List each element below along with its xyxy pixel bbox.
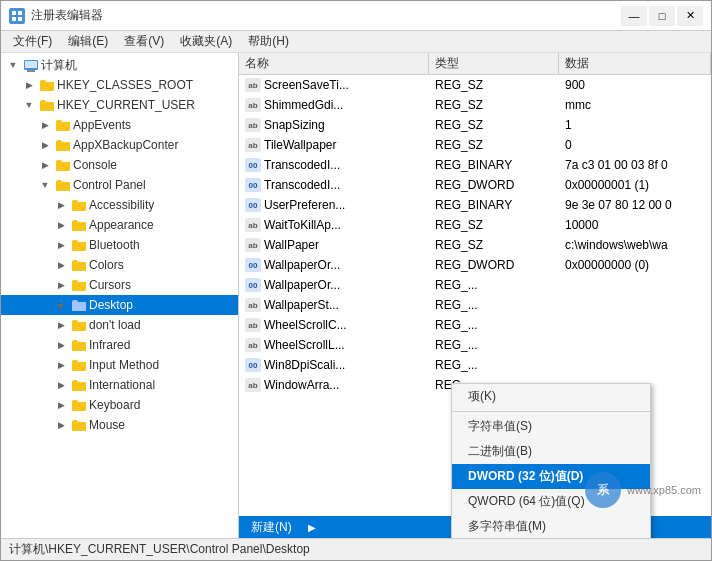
cell-data: 0 bbox=[559, 138, 711, 152]
watermark: 系 www.xp85.com bbox=[585, 472, 701, 508]
context-menu-item-key[interactable]: 项(K) bbox=[452, 384, 650, 409]
expand-accessibility[interactable]: ▶ bbox=[53, 197, 69, 213]
expand-bluetooth[interactable]: ▶ bbox=[53, 237, 69, 253]
table-row[interactable]: ab WheelScrollC... REG_... bbox=[239, 315, 711, 335]
window-title: 注册表编辑器 bbox=[31, 7, 103, 24]
expand-mouse[interactable]: ▶ bbox=[53, 417, 69, 433]
tree-item-classes-root[interactable]: ▶ HKEY_CLASSES_ROOT bbox=[1, 75, 238, 95]
cell-type: REG_SZ bbox=[429, 118, 559, 132]
expand-classes-root[interactable]: ▶ bbox=[21, 77, 37, 93]
svg-rect-1 bbox=[12, 11, 16, 15]
expand-desktop[interactable]: ▶ bbox=[53, 297, 69, 313]
tree-item-inputmethod[interactable]: ▶ Input Method bbox=[1, 355, 238, 375]
expand-console[interactable]: ▶ bbox=[37, 157, 53, 173]
registry-editor-window: 注册表编辑器 — □ ✕ 文件(F) 编辑(E) 查看(V) 收藏夹(A) 帮助… bbox=[0, 0, 712, 561]
new-item-button[interactable]: 新建(N) bbox=[239, 517, 304, 538]
cell-data: 0x00000001 (1) bbox=[559, 178, 711, 192]
tree-item-appevents[interactable]: ▶ AppEvents bbox=[1, 115, 238, 135]
tree-label-computer: 计算机 bbox=[41, 57, 77, 74]
header-type: 类型 bbox=[429, 53, 559, 74]
table-row[interactable]: 00 WallpaperOr... REG_... bbox=[239, 275, 711, 295]
folder-icon-inputmethod bbox=[71, 358, 87, 372]
table-row[interactable]: ab WaitToKillAp... REG_SZ 10000 bbox=[239, 215, 711, 235]
table-row[interactable]: ab SnapSizing REG_SZ 1 bbox=[239, 115, 711, 135]
tree-item-colors[interactable]: ▶ Colors bbox=[1, 255, 238, 275]
tree-item-infrared[interactable]: ▶ Infrared bbox=[1, 335, 238, 355]
cell-name: ab WaitToKillAp... bbox=[239, 218, 429, 232]
watermark-icon: 系 bbox=[585, 472, 621, 508]
expand-current-user[interactable]: ▼ bbox=[21, 97, 37, 113]
status-bar: 计算机\HKEY_CURRENT_USER\Control Panel\Desk… bbox=[1, 538, 711, 560]
table-row[interactable]: ab WallpaperSt... REG_... bbox=[239, 295, 711, 315]
reg-type-icon: 00 bbox=[245, 198, 261, 212]
tree-label-international: International bbox=[89, 378, 155, 392]
tree-item-current-user[interactable]: ▼ HKEY_CURRENT_USER bbox=[1, 95, 238, 115]
tree-item-bluetooth[interactable]: ▶ Bluetooth bbox=[1, 235, 238, 255]
expand-infrared[interactable]: ▶ bbox=[53, 337, 69, 353]
tree-item-cursors[interactable]: ▶ Cursors bbox=[1, 275, 238, 295]
reg-type-icon: 00 bbox=[245, 158, 261, 172]
cell-name: ab WindowArra... bbox=[239, 378, 429, 392]
expand-keyboard[interactable]: ▶ bbox=[53, 397, 69, 413]
tree-item-accessibility[interactable]: ▶ Accessibility bbox=[1, 195, 238, 215]
tree-item-computer[interactable]: ▼ 计算机 bbox=[1, 55, 238, 75]
reg-type-icon: ab bbox=[245, 238, 261, 252]
menu-bar: 文件(F) 编辑(E) 查看(V) 收藏夹(A) 帮助(H) bbox=[1, 31, 711, 53]
tree-item-console[interactable]: ▶ Console bbox=[1, 155, 238, 175]
svg-rect-3 bbox=[12, 17, 16, 21]
expand-computer[interactable]: ▼ bbox=[5, 57, 21, 73]
menu-view[interactable]: 查看(V) bbox=[116, 31, 172, 52]
table-row[interactable]: ab TileWallpaper REG_SZ 0 bbox=[239, 135, 711, 155]
cell-type: REG_SZ bbox=[429, 218, 559, 232]
table-row[interactable]: ab ScreenSaveTi... REG_SZ 900 bbox=[239, 75, 711, 95]
table-row[interactable]: 00 UserPreferen... REG_BINARY 9e 3e 07 8… bbox=[239, 195, 711, 215]
cell-type: REG_BINARY bbox=[429, 158, 559, 172]
expand-appearance[interactable]: ▶ bbox=[53, 217, 69, 233]
tree-item-desktop[interactable]: ▶ Desktop bbox=[1, 295, 238, 315]
menu-file[interactable]: 文件(F) bbox=[5, 31, 60, 52]
expand-cursors[interactable]: ▶ bbox=[53, 277, 69, 293]
cell-name: 00 UserPreferen... bbox=[239, 198, 429, 212]
tree-label-classes-root: HKEY_CLASSES_ROOT bbox=[57, 78, 193, 92]
table-row[interactable]: ab WheelScrollL... REG_... bbox=[239, 335, 711, 355]
cell-name: 00 TranscodedI... bbox=[239, 158, 429, 172]
tree-item-international[interactable]: ▶ International bbox=[1, 375, 238, 395]
context-menu-item-binary[interactable]: 二进制值(B) bbox=[452, 439, 650, 464]
table-header: 名称 类型 数据 bbox=[239, 53, 711, 75]
expand-dontload[interactable]: ▶ bbox=[53, 317, 69, 333]
tree-label-infrared: Infrared bbox=[89, 338, 130, 352]
table-row[interactable]: 00 TranscodedI... REG_DWORD 0x00000001 (… bbox=[239, 175, 711, 195]
maximize-button[interactable]: □ bbox=[649, 6, 675, 26]
folder-icon-keyboard bbox=[71, 398, 87, 412]
table-row[interactable]: 00 Win8DpiScali... REG_... bbox=[239, 355, 711, 375]
tree-item-keyboard[interactable]: ▶ Keyboard bbox=[1, 395, 238, 415]
tree-item-appearance[interactable]: ▶ Appearance bbox=[1, 215, 238, 235]
cell-data: 7a c3 01 00 03 8f 0 bbox=[559, 158, 711, 172]
close-button[interactable]: ✕ bbox=[677, 6, 703, 26]
main-content: ▼ 计算机 ▶ HKEY_CLASSES_ROOT ▼ HKEY_CURRENT… bbox=[1, 53, 711, 538]
tree-item-control-panel[interactable]: ▼ Control Panel bbox=[1, 175, 238, 195]
expand-control-panel[interactable]: ▼ bbox=[37, 177, 53, 193]
expand-international[interactable]: ▶ bbox=[53, 377, 69, 393]
reg-type-icon: ab bbox=[245, 318, 261, 332]
menu-help[interactable]: 帮助(H) bbox=[240, 31, 297, 52]
header-data: 数据 bbox=[559, 53, 711, 74]
context-menu-item-multistring[interactable]: 多字符串值(M) bbox=[452, 514, 650, 538]
expand-colors[interactable]: ▶ bbox=[53, 257, 69, 273]
tree-pane[interactable]: ▼ 计算机 ▶ HKEY_CLASSES_ROOT ▼ HKEY_CURRENT… bbox=[1, 53, 239, 538]
folder-icon-bluetooth bbox=[71, 238, 87, 252]
tree-item-mouse[interactable]: ▶ Mouse bbox=[1, 415, 238, 435]
menu-edit[interactable]: 编辑(E) bbox=[60, 31, 116, 52]
table-row[interactable]: 00 WallpaperOr... REG_DWORD 0x00000000 (… bbox=[239, 255, 711, 275]
tree-item-dontload[interactable]: ▶ don't load bbox=[1, 315, 238, 335]
table-row[interactable]: ab ShimmedGdi... REG_SZ mmc bbox=[239, 95, 711, 115]
expand-appxbackup[interactable]: ▶ bbox=[37, 137, 53, 153]
menu-favorites[interactable]: 收藏夹(A) bbox=[172, 31, 240, 52]
context-menu-item-string[interactable]: 字符串值(S) bbox=[452, 414, 650, 439]
tree-item-appxbackup[interactable]: ▶ AppXBackupConter bbox=[1, 135, 238, 155]
expand-appevents[interactable]: ▶ bbox=[37, 117, 53, 133]
table-row[interactable]: ab WallPaper REG_SZ c:\windows\web\wa bbox=[239, 235, 711, 255]
table-row[interactable]: 00 TranscodedI... REG_BINARY 7a c3 01 00… bbox=[239, 155, 711, 175]
minimize-button[interactable]: — bbox=[621, 6, 647, 26]
expand-inputmethod[interactable]: ▶ bbox=[53, 357, 69, 373]
